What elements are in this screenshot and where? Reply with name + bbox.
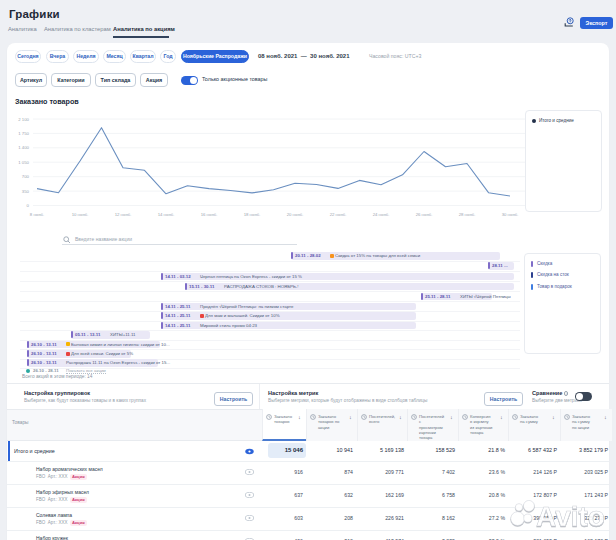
svg-text:24 нояб.: 24 нояб.	[373, 212, 390, 217]
svg-text:2 100: 2 100	[18, 117, 29, 122]
svg-text:12 нояб.: 12 нояб.	[115, 212, 132, 217]
svg-text:1 050: 1 050	[18, 160, 29, 165]
svg-text:16 нояб.: 16 нояб.	[201, 212, 218, 217]
svg-text:350: 350	[22, 189, 30, 194]
svg-text:18 нояб.: 18 нояб.	[244, 212, 261, 217]
svg-text:8 нояб.: 8 нояб.	[30, 212, 44, 217]
svg-text:0: 0	[27, 203, 30, 208]
svg-text:20 нояб.: 20 нояб.	[287, 212, 304, 217]
svg-text:14 нояб.: 14 нояб.	[158, 212, 175, 217]
svg-text:26 нояб.: 26 нояб.	[416, 212, 433, 217]
svg-text:22 нояб.: 22 нояб.	[330, 212, 347, 217]
svg-text:700: 700	[22, 174, 30, 179]
svg-text:Avito: Avito	[536, 501, 605, 532]
svg-text:10 нояб.: 10 нояб.	[72, 212, 89, 217]
svg-text:1 400: 1 400	[18, 145, 29, 150]
svg-text:28 нояб.: 28 нояб.	[459, 212, 476, 217]
svg-text:1 750: 1 750	[18, 131, 29, 136]
svg-text:30 нояб.: 30 нояб.	[502, 212, 519, 217]
